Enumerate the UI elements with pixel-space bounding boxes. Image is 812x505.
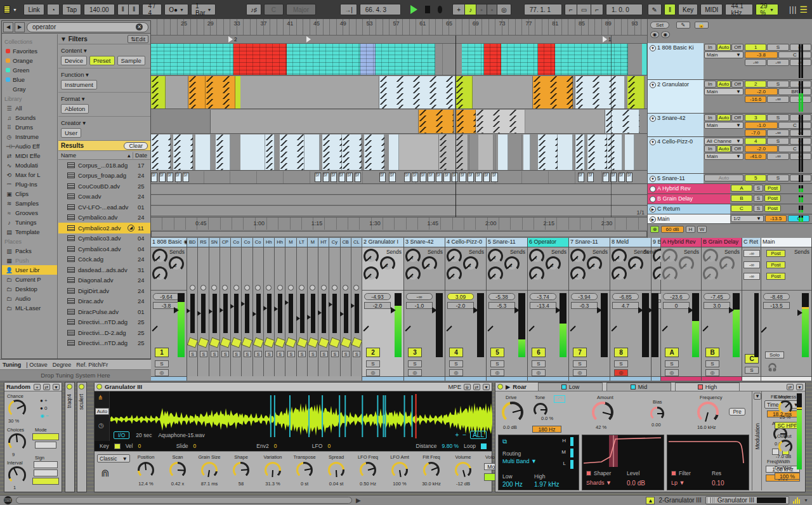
send-a-field[interactable]: -7.0: [745, 129, 766, 136]
fader-handle[interactable]: [597, 307, 602, 313]
save-preset-icon[interactable]: ▼: [53, 384, 60, 390]
track-name[interactable]: ▼1 808 Basic Ki: [648, 43, 704, 79]
meter-caret-icon[interactable]: ▼: [804, 498, 808, 502]
peak-display[interactable]: -3.74: [530, 293, 556, 300]
pad-solo-button[interactable]: S: [200, 351, 207, 357]
pad-arm-button[interactable]: [200, 285, 206, 291]
zoom-scroll-bar[interactable]: [151, 230, 647, 238]
pad-fader[interactable]: [340, 312, 344, 317]
pad-solo-button[interactable]: S: [254, 351, 262, 357]
file-row[interactable]: CouCouBD.adv25: [58, 181, 150, 192]
send-c-knob[interactable]: C: [612, 266, 627, 282]
volume-display[interactable]: -13.5: [763, 302, 790, 309]
knob-value[interactable]: -12 dB: [449, 481, 478, 487]
pre-button[interactable]: Pre: [729, 408, 745, 416]
gran-knob-grain-size[interactable]: [201, 462, 218, 478]
file-row[interactable]: Dirac.adv24: [58, 296, 150, 307]
send-a-knob[interactable]: A: [570, 249, 586, 264]
play-icon[interactable]: ▶: [650, 186, 656, 192]
post-toggle[interactable]: Post: [764, 205, 781, 212]
monitor-off-button[interactable]: Off: [731, 145, 743, 152]
collection-item[interactable]: Gray: [2, 84, 57, 94]
library-item[interactable]: ☰All: [2, 103, 57, 113]
polarity-plus[interactable]: ● +: [40, 398, 48, 403]
clip[interactable]: [484, 44, 501, 75]
track-number[interactable]: 3: [745, 114, 766, 121]
clip[interactable]: Sf: [159, 173, 166, 182]
clip[interactable]: [439, 134, 469, 170]
height-button[interactable]: H: [686, 226, 695, 233]
automation-arm-button[interactable]: ▪: [487, 4, 497, 15]
send-a-knob[interactable]: A: [703, 249, 718, 264]
monitor-auto-button[interactable]: Auto: [717, 114, 731, 121]
interval-value[interactable]: 1: [13, 485, 16, 490]
knob-value[interactable]: 0.04 st: [322, 481, 351, 487]
prev-marker-icon[interactable]: ◉: [650, 31, 659, 38]
loop-start-field[interactable]: 77. 1. 1: [524, 4, 562, 15]
clock-icon[interactable]: ◷: [98, 422, 104, 429]
session-record-button[interactable]: ▪: [476, 4, 487, 15]
strip-title[interactable]: Main: [761, 238, 811, 247]
gran-knob-filt-freq[interactable]: [423, 462, 440, 478]
frequency-value[interactable]: 16.0 kHz: [697, 424, 716, 430]
solo-button[interactable]: Solo: [765, 351, 784, 358]
drywet-value[interactable]: 100 %: [775, 473, 800, 480]
library-item[interactable]: ⊣⊢Audio Eff: [2, 141, 57, 151]
post-toggle[interactable]: Post: [764, 195, 781, 202]
library-item[interactable]: ⎓Plug-Ins: [2, 180, 57, 189]
roar-title[interactable]: Roar: [513, 383, 527, 390]
monitor-off-button[interactable]: Off: [731, 114, 743, 121]
solo-button[interactable]: S: [366, 360, 380, 367]
meter-range-button[interactable]: 60 dB: [661, 226, 684, 233]
pad-fader[interactable]: [307, 315, 311, 320]
pad-arm-button[interactable]: [343, 285, 348, 291]
compress-knob[interactable]: [778, 400, 792, 414]
clip[interactable]: [364, 134, 384, 170]
tuning-drop-area[interactable]: Drop Tuning System Here: [0, 370, 151, 381]
pad-name[interactable]: HT: [318, 238, 329, 247]
unfold-icon[interactable]: ◉: [182, 239, 187, 245]
return-lane[interactable]: [151, 195, 647, 206]
track-name[interactable]: ▼5 Snare-11: [648, 174, 704, 183]
drum-pad-strip[interactable]: CoS: [253, 238, 264, 376]
fader-handle[interactable]: [174, 307, 179, 313]
unfold-track-icon[interactable]: ▼: [650, 176, 656, 182]
link-button[interactable]: Link: [23, 4, 44, 15]
gran-knob-variation[interactable]: [265, 462, 281, 478]
grain-mode-menu[interactable]: Classic▼: [97, 454, 130, 462]
routing-menu[interactable]: Multi Band ▼: [502, 458, 537, 464]
send-b-knob[interactable]: B: [169, 256, 184, 272]
gran-knob-lfo-freq[interactable]: [360, 462, 376, 478]
clip[interactable]: Sf: [436, 173, 442, 182]
pan-field[interactable]: C: [778, 145, 811, 152]
date-column-header[interactable]: Date: [133, 152, 150, 159]
gran-knob-position[interactable]: [138, 462, 154, 478]
pad-name[interactable]: M: [285, 238, 296, 247]
clip[interactable]: [538, 134, 558, 170]
filter-tag[interactable]: Sample: [117, 56, 145, 65]
drum-pad-strip[interactable]: CyS: [329, 238, 340, 376]
return-letter[interactable]: A: [731, 185, 752, 192]
amount-knob[interactable]: [592, 402, 613, 423]
strip-title[interactable]: B Grain Delay: [702, 238, 742, 247]
shaper-toggle[interactable]: [586, 471, 591, 476]
mpe-label[interactable]: MPE: [448, 383, 461, 390]
roar-band-tab-low[interactable]: Low: [538, 383, 603, 391]
peak-display[interactable]: -6.85: [612, 293, 639, 300]
arrangement-record-button[interactable]: [438, 6, 443, 13]
library-item[interactable]: ◷Instrume: [2, 132, 57, 141]
fader-handle[interactable]: [514, 307, 520, 313]
current-device-selector[interactable]: Granulator III: [705, 496, 789, 504]
level-value[interactable]: 0.0 dB: [627, 480, 645, 487]
fader-handle[interactable]: [432, 307, 437, 313]
place-item[interactable]: ▦Push: [2, 256, 57, 265]
knob-value[interactable]: 0.42 x: [163, 481, 192, 487]
send-a-knob[interactable]: A: [152, 249, 167, 264]
clip[interactable]: Sf: [404, 173, 410, 182]
pad-arm-button[interactable]: [255, 285, 261, 291]
next-marker-icon[interactable]: ◉: [661, 31, 670, 38]
clip[interactable]: Sf: [428, 173, 434, 182]
track-number[interactable]: 6: [532, 348, 546, 357]
output-routing-menu[interactable]: Main▼: [704, 51, 743, 58]
clip[interactable]: [211, 110, 419, 133]
